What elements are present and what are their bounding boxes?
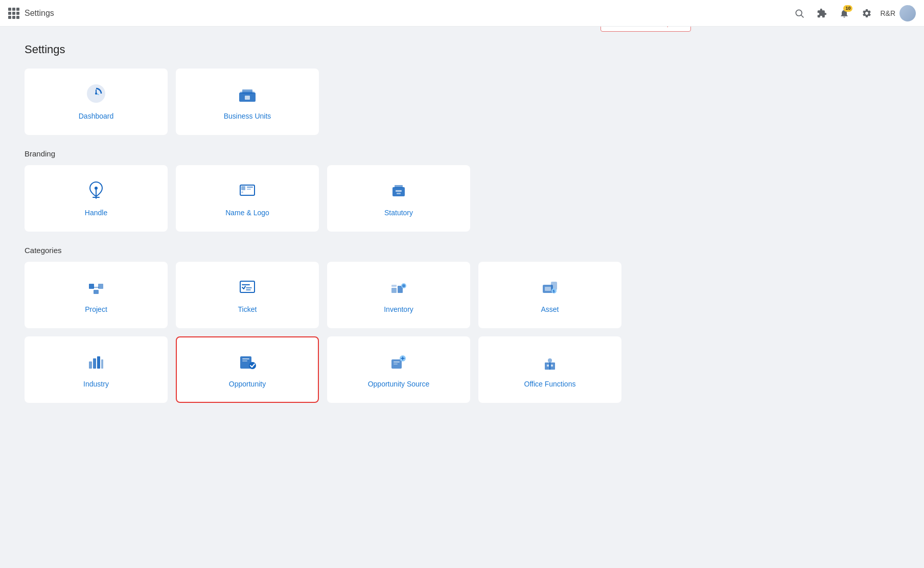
svg-rect-57 <box>548 358 552 362</box>
svg-rect-20 <box>396 190 402 192</box>
card-asset-label: Asset <box>541 305 559 313</box>
card-dashboard-label: Dashboard <box>79 112 114 120</box>
svg-rect-26 <box>240 281 255 292</box>
project-icon <box>86 277 106 299</box>
svg-rect-15 <box>247 187 253 188</box>
svg-line-1 <box>801 15 804 17</box>
card-office-functions[interactable]: Office Functions <box>478 336 621 403</box>
name-logo-icon <box>237 180 258 202</box>
dashboard-icon <box>86 83 106 106</box>
branding-section-label: Branding <box>25 149 691 158</box>
nav-left: Settings <box>8 8 790 19</box>
card-opportunity[interactable]: Opportunity <box>176 336 319 403</box>
svg-rect-45 <box>242 358 249 359</box>
card-industry[interactable]: Industry <box>25 336 168 403</box>
svg-rect-50 <box>394 363 398 365</box>
card-opportunity-label: Opportunity <box>229 380 266 388</box>
opportunity-icon <box>237 351 258 374</box>
industry-icon <box>86 351 106 374</box>
statutory-icon <box>388 180 409 202</box>
card-inventory-label: Inventory <box>384 305 413 313</box>
ticket-icon <box>237 277 258 299</box>
card-statutory[interactable]: Statutory <box>327 165 470 232</box>
app-grid-icon[interactable] <box>8 8 19 19</box>
handle-icon <box>86 180 106 202</box>
card-inventory[interactable]: Inventory <box>327 262 470 328</box>
categories-row2: Industry Opportunity <box>25 336 691 403</box>
svg-rect-14 <box>241 186 245 190</box>
svg-rect-40 <box>89 361 92 369</box>
avatar-image <box>899 5 916 21</box>
card-business-units-label: Business Units <box>224 112 271 120</box>
svg-rect-41 <box>93 358 96 369</box>
svg-rect-49 <box>394 361 400 362</box>
card-industry-label: Industry <box>83 380 109 388</box>
branding-cards-row: Handle Name & Logo <box>25 165 691 232</box>
search-icon <box>794 8 804 18</box>
svg-rect-21 <box>397 193 401 194</box>
card-ticket-label: Ticket <box>238 305 257 313</box>
svg-text:$: $ <box>553 289 555 293</box>
svg-rect-32 <box>391 285 397 287</box>
svg-rect-22 <box>89 284 94 289</box>
card-handle[interactable]: Handle <box>25 165 168 232</box>
card-project-label: Project <box>85 305 107 313</box>
nav-right: 10 R&R <box>790 4 916 22</box>
notification-badge: 10 <box>843 5 852 12</box>
card-dashboard[interactable]: Dashboard <box>25 69 168 135</box>
svg-point-5 <box>95 93 97 95</box>
gear-icon <box>862 8 872 18</box>
svg-point-0 <box>796 10 802 16</box>
page-title: Settings <box>25 43 691 56</box>
svg-rect-9 <box>245 96 250 100</box>
nav-app-title: Settings <box>25 9 54 18</box>
card-project[interactable]: Project <box>25 262 168 328</box>
svg-rect-36 <box>545 287 551 291</box>
card-name-logo-label: Name & Logo <box>225 209 269 217</box>
office-functions-icon <box>540 351 560 374</box>
svg-rect-23 <box>98 284 103 289</box>
inventory-icon <box>388 277 409 299</box>
card-opportunity-source[interactable]: Opportunity Source <box>327 336 470 403</box>
avatar[interactable] <box>899 5 916 21</box>
top-cards-row: Dashboard Business Units <box>25 69 691 135</box>
svg-rect-24 <box>93 287 99 288</box>
svg-rect-43 <box>101 359 103 369</box>
user-label[interactable]: R&R <box>880 9 895 17</box>
svg-rect-25 <box>94 290 99 294</box>
svg-rect-30 <box>391 288 397 293</box>
svg-rect-16 <box>247 189 251 190</box>
card-asset[interactable]: $ Asset <box>478 262 621 328</box>
card-name-logo[interactable]: Name & Logo <box>176 165 319 232</box>
opportunity-source-icon <box>388 351 409 374</box>
card-office-functions-label: Office Functions <box>524 380 576 388</box>
categories-row1: Project Ticket <box>25 262 691 328</box>
svg-rect-46 <box>242 360 247 361</box>
search-button[interactable] <box>790 4 808 22</box>
card-handle-label: Handle <box>85 209 107 217</box>
svg-rect-56 <box>551 365 553 367</box>
svg-rect-19 <box>395 185 403 188</box>
card-opportunity-source-label: Opportunity Source <box>368 380 430 388</box>
svg-rect-55 <box>547 365 549 367</box>
svg-point-34 <box>402 284 405 287</box>
card-business-units[interactable]: Business Units <box>176 69 319 135</box>
svg-rect-8 <box>240 92 255 94</box>
notifications-button[interactable]: 10 <box>835 4 853 22</box>
extensions-button[interactable] <box>813 4 831 22</box>
card-statutory-label: Statutory <box>384 209 413 217</box>
categories-section-label: Categories <box>25 246 691 255</box>
svg-rect-42 <box>97 356 100 369</box>
settings-button[interactable] <box>858 4 876 22</box>
main-content: Delete CloudSpace Settings Dashboard <box>0 27 715 419</box>
svg-point-17 <box>241 191 243 193</box>
top-navigation: Settings 10 R&R <box>0 0 924 27</box>
asset-icon: $ <box>540 277 560 299</box>
business-units-icon <box>237 83 258 106</box>
extensions-icon <box>817 8 827 18</box>
card-ticket[interactable]: Ticket <box>176 262 319 328</box>
